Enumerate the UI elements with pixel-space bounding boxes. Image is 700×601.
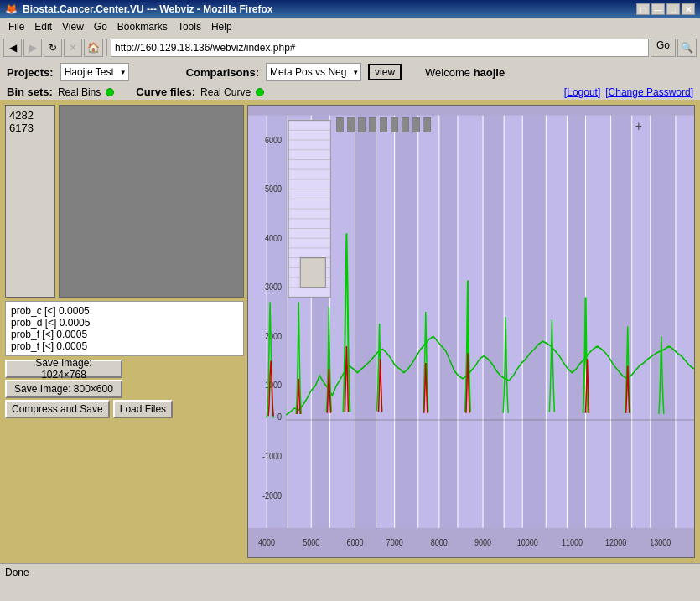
menu-view[interactable]: View <box>57 20 89 34</box>
svg-text:0: 0 <box>277 412 283 422</box>
menu-file[interactable]: File <box>3 20 29 34</box>
svg-text:3000: 3000 <box>265 282 283 293</box>
prob-c: prob_c [<] 0.0005 <box>11 305 238 317</box>
comparisons-select-wrapper[interactable]: Meta Pos vs Neg <box>266 63 361 81</box>
welcome-text: Welcome haojie <box>425 66 505 79</box>
svg-text:1000: 1000 <box>265 381 283 391</box>
bin-sets-label: Bin sets: <box>7 85 53 98</box>
svg-text:5000: 5000 <box>303 537 320 547</box>
window-titlebar: 🦊 Biostat.Cancer.Center.VU --- Webviz - … <box>0 0 700 18</box>
svg-text:12000: 12000 <box>605 537 627 547</box>
menu-edit[interactable]: Edit <box>29 20 57 34</box>
svg-rect-83 <box>336 117 343 132</box>
svg-text:-1000: -1000 <box>262 451 283 461</box>
toolbar-sep <box>106 39 107 56</box>
menu-go[interactable]: Go <box>89 20 112 34</box>
comparisons-select[interactable]: Meta Pos vs Neg <box>266 63 361 81</box>
menu-bookmarks[interactable]: Bookmarks <box>112 20 173 34</box>
svg-rect-18 <box>611 116 632 528</box>
svg-rect-21 <box>676 116 694 528</box>
curve-files-label: Curve files: <box>136 85 195 98</box>
svg-rect-11 <box>458 116 483 528</box>
svg-text:10000: 10000 <box>517 537 539 547</box>
curve-files-value: Real Curve <box>200 86 251 98</box>
number-2: 6173 <box>9 122 51 134</box>
projects-select-wrapper[interactable]: Haojie Test <box>60 63 129 81</box>
svg-rect-19 <box>632 116 651 528</box>
home-btn[interactable]: 🏠 <box>84 39 103 57</box>
svg-text:4000: 4000 <box>258 537 276 547</box>
prob-t: prob_t [<] 0.0005 <box>11 340 238 352</box>
firefox-icon: 🦊 <box>5 3 18 15</box>
prob-f: prob_f [<] 0.0005 <box>11 329 238 340</box>
window-controls[interactable]: ◻ — □ ✕ <box>636 3 695 15</box>
load-files-btn[interactable]: Load Files <box>113 400 173 418</box>
svg-text:6000: 6000 <box>346 537 364 547</box>
svg-rect-9 <box>418 116 439 528</box>
svg-rect-88 <box>391 117 398 132</box>
toolbar: ◀ ▶ ↻ ✕ 🏠 http://160.129.18.136/webviz/i… <box>0 35 700 60</box>
svg-rect-14 <box>522 116 546 528</box>
svg-text:2000: 2000 <box>265 331 283 341</box>
svg-rect-8 <box>395 116 418 528</box>
refresh-btn[interactable]: ↻ <box>44 39 62 57</box>
bin-sets-value: Real Bins <box>58 86 101 98</box>
svg-rect-84 <box>347 117 354 132</box>
svg-text:6000: 6000 <box>265 135 283 145</box>
stop-btn[interactable]: ✕ <box>64 39 82 57</box>
number-1: 4282 <box>9 109 51 122</box>
projects-select[interactable]: Haojie Test <box>60 63 129 81</box>
svg-rect-85 <box>358 117 365 132</box>
restore-btn[interactable]: ◻ <box>636 3 650 15</box>
save-buttons: Save Image: 1024×768 Save Image: 800×600… <box>5 360 244 418</box>
svg-text:+: + <box>635 118 642 133</box>
view-btn[interactable]: view <box>368 64 402 80</box>
svg-text:-2000: -2000 <box>262 490 283 500</box>
svg-rect-87 <box>381 117 387 132</box>
svg-rect-42 <box>248 116 286 528</box>
svg-rect-81 <box>300 258 325 288</box>
curve-files-indicator <box>256 88 264 96</box>
menu-help[interactable]: Help <box>206 20 237 34</box>
go-btn[interactable]: Go <box>651 39 676 57</box>
app-header-row2: Bin sets: Real Bins Curve files: Real Cu… <box>0 84 700 100</box>
minimize-btn[interactable]: — <box>651 3 665 15</box>
svg-rect-5 <box>329 116 355 528</box>
search-icon[interactable]: 🔍 <box>677 39 697 57</box>
address-text[interactable]: http://160.129.18.136/webviz/index.php# <box>115 42 296 54</box>
bin-sets-indicator <box>106 88 114 96</box>
forward-btn[interactable]: ▶ <box>23 39 42 57</box>
close-btn[interactable]: ✕ <box>682 3 695 15</box>
svg-rect-91 <box>424 117 431 132</box>
username: haojie <box>474 66 506 79</box>
svg-rect-6 <box>355 116 376 528</box>
svg-text:8000: 8000 <box>431 537 449 547</box>
thumbnail-box <box>59 105 244 298</box>
svg-rect-10 <box>439 116 458 528</box>
svg-text:9000: 9000 <box>474 537 492 547</box>
prob-d: prob_d [<] 0.0005 <box>11 317 238 329</box>
status-text: Done <box>5 567 29 578</box>
svg-rect-17 <box>586 116 611 528</box>
menu-tools[interactable]: Tools <box>173 20 206 34</box>
left-top: 4282 6173 <box>5 105 244 298</box>
svg-rect-12 <box>483 116 504 528</box>
projects-label: Projects: <box>7 66 54 79</box>
svg-rect-90 <box>413 117 420 132</box>
bottom-btns: Compress and Save Load Files <box>5 400 244 418</box>
change-password-link[interactable]: [Change Password] <box>605 86 693 98</box>
left-panel: 4282 6173 prob_c [<] 0.0005 prob_d [<] 0… <box>5 105 244 558</box>
maximize-btn[interactable]: □ <box>666 3 680 15</box>
chart-svg: 6000 5000 4000 3000 2000 1000 0 -1000 -2… <box>248 106 694 557</box>
address-bar: http://160.129.18.136/webviz/index.php# <box>111 39 649 57</box>
back-btn[interactable]: ◀ <box>3 39 22 57</box>
svg-rect-86 <box>370 117 376 132</box>
save-1024-btn[interactable]: Save Image: 1024×768 <box>5 360 122 378</box>
svg-text:13000: 13000 <box>650 537 671 547</box>
menu-bar: File Edit View Go Bookmarks Tools Help <box>0 18 700 35</box>
svg-rect-20 <box>651 116 676 528</box>
save-800-btn[interactable]: Save Image: 800×600 <box>5 380 122 398</box>
window-title: Biostat.Cancer.Center.VU --- Webviz - Mo… <box>23 3 636 15</box>
compress-save-btn[interactable]: Compress and Save <box>5 400 110 418</box>
logout-link[interactable]: [Logout] <box>564 86 600 98</box>
